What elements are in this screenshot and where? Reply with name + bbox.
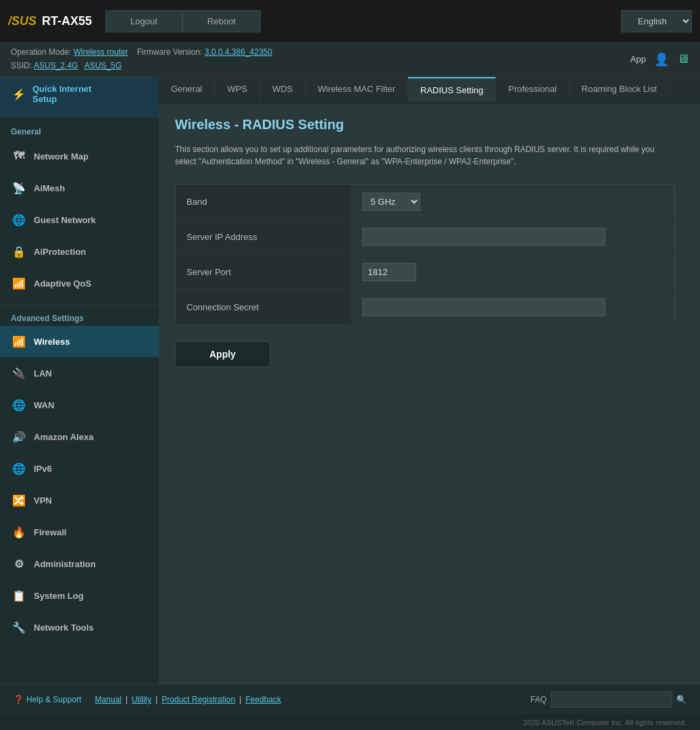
sidebar-item-system-log[interactable]: 📋 System Log [0,580,159,612]
sidebar-item-firewall[interactable]: 🔥 Firewall [0,516,159,548]
sidebar-item-aimesh[interactable]: 📡 AiMesh [0,172,159,204]
footer-link-manual[interactable]: Manual [95,695,121,704]
faq-search-input[interactable] [551,691,672,708]
asus-logo: /SUS [8,14,36,28]
sidebar-separator [0,305,159,306]
firmware-value[interactable]: 3.0.0.4.386_42350 [205,47,272,57]
model-name: RT-AX55 [42,14,92,28]
sidebar-item-wan[interactable]: 🌐 WAN [0,389,159,421]
sidebar-item-amazon-alexa[interactable]: 🔊 Amazon Alexa [0,421,159,453]
page-description: This section allows you to set up additi… [175,143,675,168]
sidebar-item-label-network-tools: Network Tools [34,623,94,633]
sidebar-item-ipv6[interactable]: 🌐 IPv6 [0,453,159,485]
ipv6-icon: 🌐 [11,460,27,477]
connection-secret-input[interactable] [362,298,605,316]
apply-button[interactable]: Apply [175,341,270,367]
lan-icon: 🔌 [11,365,27,381]
sidebar-item-vpn[interactable]: 🔀 VPN [0,485,159,516]
tab-wps[interactable]: WPS [215,77,260,102]
footer-faq: FAQ 🔍 [530,691,686,708]
sidebar-item-network-map[interactable]: 🗺 Network Map [0,141,159,172]
sidebar-item-network-tools[interactable]: 🔧 Network Tools [0,612,159,643]
status-bar: Operation Mode: Wireless router Firmware… [0,42,700,77]
user-icon[interactable]: 👤 [654,52,669,67]
help-support: ❓ Help & Support [14,695,81,704]
sidebar-item-label-amazon-alexa: Amazon Alexa [34,432,93,442]
band-value-cell: 2.4 GHz 5 GHz [351,185,675,220]
apply-button-wrap: Apply [175,341,684,367]
tab-radius-setting[interactable]: RADIUS Setting [408,77,496,102]
sidebar-item-wireless[interactable]: 📶 Wireless [0,326,159,358]
footer: ❓ Help & Support Manual | Utility | Prod… [0,684,700,714]
sidebar-general-section: General 🗺 Network Map 📡 AiMesh 🌐 Guest N… [0,118,159,302]
connection-secret-value-cell [351,290,675,325]
connection-secret-row: Connection Secret [176,290,675,325]
sidebar-item-quick-internet-setup[interactable]: ⚡ Quick InternetSetup [0,77,159,118]
ssid-5[interactable]: ASUS_5G [84,61,122,70]
server-ip-input[interactable] [362,228,605,246]
main-layout: ⚡ Quick InternetSetup General 🗺 Network … [0,77,700,684]
tab-wds[interactable]: WDS [260,77,305,102]
band-select[interactable]: 2.4 GHz 5 GHz [362,193,420,211]
server-port-input[interactable] [362,263,416,281]
sidebar-item-label-aiprotection: AiProtection [34,247,86,257]
quick-internet-icon: ⚡ [11,86,27,102]
footer-link-utility[interactable]: Utility [132,695,151,704]
tab-bar: General WPS WDS Wireless MAC Filter RADI… [159,77,700,103]
amazon-alexa-icon: 🔊 [11,429,27,445]
language-selector-wrap: English [621,10,692,32]
network-map-icon: 🗺 [11,148,27,164]
operation-mode-label: Operation Mode: [11,47,71,57]
system-log-icon: 📋 [11,587,27,604]
sidebar-item-label-administration: Administration [34,559,96,569]
sidebar-item-label-lan: LAN [34,368,52,379]
sidebar-item-label-ipv6: IPv6 [34,464,52,474]
tab-roaming-block-list[interactable]: Roaming Block List [570,77,670,102]
logo-area: /SUS RT-AX55 [8,14,92,28]
sidebar-item-label-firewall: Firewall [34,527,66,537]
sidebar-item-guest-network[interactable]: 🌐 Guest Network [0,204,159,236]
sidebar-item-label-vpn: VPN [34,495,52,506]
advanced-settings-title: Advanced Settings [0,308,159,326]
wireless-icon: 📶 [11,333,27,349]
top-nav-buttons: Logout Reboot [105,10,621,32]
app-label[interactable]: App [630,54,646,64]
adaptive-qos-icon: 📶 [11,275,27,291]
sidebar-item-adaptive-qos[interactable]: 📶 Adaptive QoS [0,268,159,299]
footer-link-product-registration[interactable]: Product Registration [161,695,235,704]
footer-link-feedback[interactable]: Feedback [245,695,281,704]
logout-button[interactable]: Logout [105,10,182,32]
sidebar-item-label-aimesh: AiMesh [34,183,65,193]
sidebar-item-label-quick-internet-setup: Quick InternetSetup [32,84,91,104]
sidebar-item-label-wan: WAN [34,400,54,410]
tab-professional[interactable]: Professional [496,77,570,102]
sidebar-item-label-wireless: Wireless [34,337,70,347]
faq-search-icon[interactable]: 🔍 [676,695,686,704]
status-right: App 👤 🖥 [630,52,689,67]
sidebar: ⚡ Quick InternetSetup General 🗺 Network … [0,77,159,684]
server-ip-row: Server IP Address [176,220,675,255]
ssid-24[interactable]: ASUS_2.4G [34,61,78,70]
server-port-value-cell [351,255,675,290]
operation-mode-value[interactable]: Wireless router [74,47,128,57]
page-title: Wireless - RADIUS Setting [175,117,684,132]
faq-label: FAQ [530,695,547,704]
tab-wireless-mac-filter[interactable]: Wireless MAC Filter [305,77,408,102]
tab-general[interactable]: General [159,77,215,102]
monitor-icon[interactable]: 🖥 [677,52,689,66]
sidebar-item-lan[interactable]: 🔌 LAN [0,358,159,389]
sidebar-item-aiprotection[interactable]: 🔒 AiProtection [0,236,159,268]
language-select[interactable]: English [621,10,692,32]
server-ip-label: Server IP Address [176,220,351,255]
help-icon: ❓ [14,695,24,704]
reboot-button[interactable]: Reboot [182,10,261,32]
page-content: Wireless - RADIUS Setting This section a… [159,103,700,684]
band-row: Band 2.4 GHz 5 GHz [176,185,675,220]
top-bar: /SUS RT-AX55 Logout Reboot English [0,0,700,42]
sidebar-item-label-network-map: Network Map [34,151,89,162]
sidebar-item-label-system-log: System Log [34,591,84,601]
copyright-text: 2020 ASUSTeK Computer Inc. All rights re… [523,719,686,727]
sidebar-item-administration[interactable]: ⚙ Administration [0,548,159,580]
content-area: General WPS WDS Wireless MAC Filter RADI… [159,77,700,684]
vpn-icon: 🔀 [11,492,27,508]
